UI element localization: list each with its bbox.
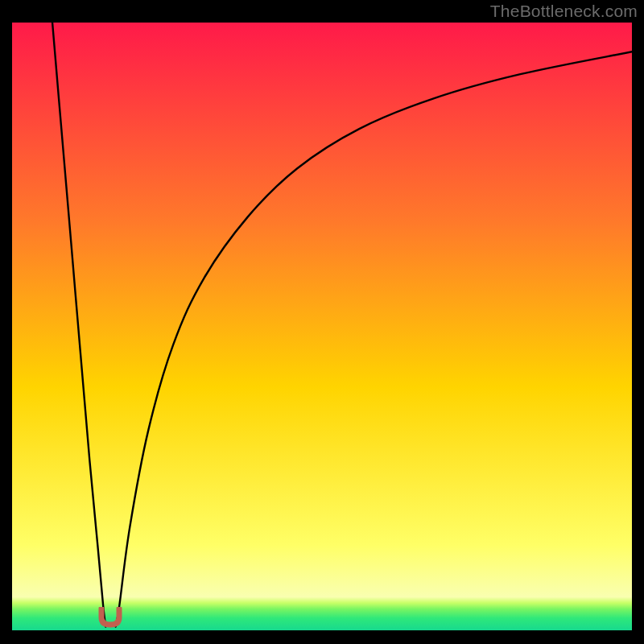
bottleneck-curve xyxy=(12,23,632,630)
u-marker-path xyxy=(101,609,119,625)
watermark-text: TheBottleneck.com xyxy=(490,2,638,21)
chart-frame: TheBottleneck.com xyxy=(0,0,644,644)
curve-path xyxy=(52,23,632,627)
minimum-marker xyxy=(98,607,122,628)
